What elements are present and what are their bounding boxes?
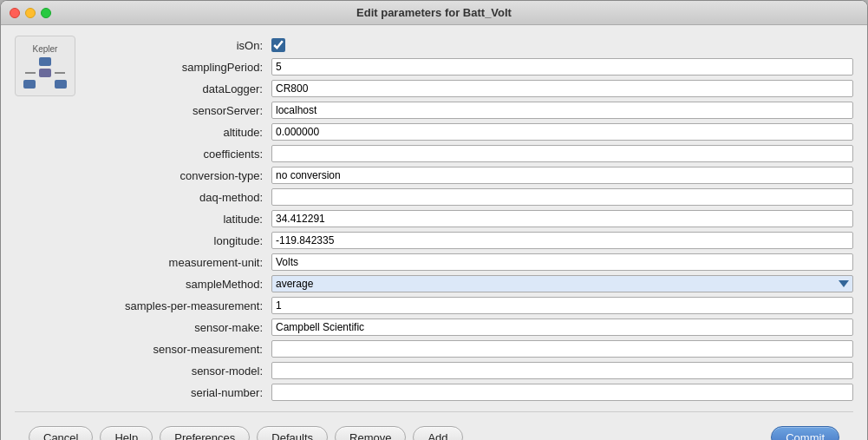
- param-row-sensorModel: sensor-model:: [98, 361, 853, 380]
- value-samplesPerMeasurement: [271, 297, 853, 314]
- label-samplingPeriod: samplingPeriod:: [98, 61, 271, 74]
- param-row-conversionType: conversion-type:: [98, 166, 853, 185]
- input-latitude[interactable]: [271, 210, 853, 227]
- param-row-dataLogger: dataLogger:: [98, 79, 853, 98]
- input-dataLogger[interactable]: [271, 80, 853, 97]
- node-box-3: [23, 80, 36, 89]
- value-sensorMeasurement: [271, 340, 853, 358]
- value-latitude: [271, 210, 853, 227]
- value-serialNumber: [271, 384, 853, 401]
- input-coefficients[interactable]: [271, 145, 853, 162]
- input-measurementUnit[interactable]: [271, 253, 853, 271]
- param-row-altitude: altitude:: [98, 122, 853, 141]
- value-sensorModel: [271, 362, 853, 379]
- input-conversionType[interactable]: [271, 167, 853, 184]
- value-measurementUnit: [271, 253, 853, 271]
- param-row-sampleMethod: sampleMethod: average minimum maximum: [98, 274, 853, 293]
- label-serialNumber: serial-number:: [98, 386, 271, 399]
- maximize-button[interactable]: [41, 8, 51, 18]
- minimize-button[interactable]: [25, 8, 36, 18]
- commit-button[interactable]: Commit: [771, 426, 839, 440]
- param-row-sensorMeasurement: sensor-measurement:: [98, 339, 853, 358]
- node-box-1: [39, 57, 51, 66]
- input-serialNumber[interactable]: [271, 384, 853, 401]
- traffic-lights: [10, 8, 51, 18]
- label-isOn: isOn:: [98, 39, 271, 52]
- input-sensorServer[interactable]: [271, 102, 853, 119]
- content-area: Kepler: [1, 25, 867, 440]
- label-dataLogger: dataLogger:: [98, 82, 271, 95]
- label-sensorModel: sensor-model:: [98, 364, 271, 378]
- node-row-mid: [25, 69, 65, 77]
- input-sensorMake[interactable]: [271, 319, 853, 336]
- node-box-4: [55, 80, 67, 89]
- label-sampleMethod: sampleMethod:: [98, 278, 271, 291]
- main-window: Edit parameters for Batt_Volt Kepler: [0, 0, 868, 440]
- value-dataLogger: [271, 80, 853, 97]
- label-sensorMeasurement: sensor-measurement:: [98, 343, 271, 356]
- label-samplesPerMeasurement: samples-per-measurement:: [98, 299, 271, 312]
- kepler-icon: Kepler: [15, 36, 75, 96]
- param-row-serialNumber: serial-number:: [98, 383, 853, 402]
- main-row: Kepler: [15, 36, 853, 404]
- param-row-samplesPerMeasurement: samples-per-measurement:: [98, 296, 853, 315]
- divider: [15, 411, 853, 412]
- value-conversionType: [271, 167, 853, 184]
- param-row-longitude: longitude:: [98, 231, 853, 250]
- value-samplingPeriod: [271, 58, 853, 76]
- node-row-bot: [23, 80, 67, 89]
- input-longitude[interactable]: [271, 232, 853, 249]
- param-row-daqMethod: daq-method:: [98, 187, 853, 207]
- value-sensorMake: [271, 319, 853, 336]
- input-samplingPeriod[interactable]: [271, 58, 853, 76]
- param-row-coefficients: coefficients:: [98, 144, 853, 163]
- preferences-button[interactable]: Preferences: [160, 426, 250, 440]
- param-row-measurementUnit: measurement-unit:: [98, 253, 853, 272]
- param-row-latitude: latitude:: [98, 209, 853, 228]
- select-sampleMethod[interactable]: average minimum maximum: [271, 275, 853, 292]
- input-sensorMeasurement[interactable]: [271, 340, 853, 358]
- label-altitude: altitude:: [98, 126, 271, 139]
- label-conversionType: conversion-type:: [98, 169, 271, 182]
- label-sensorServer: sensorServer:: [98, 104, 271, 117]
- remove-button[interactable]: Remove: [335, 426, 406, 440]
- defaults-button[interactable]: Defaults: [257, 426, 328, 440]
- input-daqMethod[interactable]: [271, 188, 853, 206]
- label-sensorMake: sensor-make:: [98, 321, 271, 334]
- param-row-isOn: isOn:: [98, 36, 853, 55]
- kepler-label: Kepler: [33, 44, 58, 54]
- value-isOn: [271, 36, 853, 54]
- help-button[interactable]: Help: [100, 426, 153, 440]
- add-button[interactable]: Add: [413, 426, 462, 440]
- button-row: Cancel Help Preferences Defaults Remove …: [15, 419, 853, 440]
- left-buttons: Cancel Help Preferences Defaults Remove …: [29, 426, 463, 440]
- node-row-top: [39, 57, 51, 66]
- param-row-sensorMake: sensor-make:: [98, 318, 853, 337]
- params-area: isOn: samplingPeriod: dataLogger:: [98, 36, 853, 404]
- param-row-samplingPeriod: samplingPeriod:: [98, 57, 853, 76]
- value-sampleMethod: average minimum maximum: [271, 275, 853, 292]
- window-title: Edit parameters for Batt_Volt: [356, 6, 512, 19]
- right-buttons: Commit: [771, 426, 839, 440]
- title-bar: Edit parameters for Batt_Volt: [1, 1, 867, 25]
- node-line-1: [25, 72, 36, 74]
- input-samplesPerMeasurement[interactable]: [271, 297, 853, 314]
- label-measurementUnit: measurement-unit:: [98, 256, 271, 269]
- label-daqMethod: daq-method:: [98, 191, 271, 204]
- checkbox-isOn[interactable]: [271, 38, 285, 52]
- value-daqMethod: [271, 188, 853, 206]
- value-altitude: [271, 123, 853, 141]
- value-coefficients: [271, 145, 853, 162]
- label-longitude: longitude:: [98, 234, 271, 247]
- close-button[interactable]: [10, 8, 20, 18]
- node-box-2: [39, 69, 51, 77]
- value-longitude: [271, 232, 853, 249]
- input-altitude[interactable]: [271, 123, 853, 141]
- param-row-sensorServer: sensorServer:: [98, 101, 853, 120]
- input-sensorModel[interactable]: [271, 362, 853, 379]
- icon-area: Kepler: [15, 36, 84, 404]
- cancel-button[interactable]: Cancel: [29, 426, 93, 440]
- label-latitude: latitude:: [98, 213, 271, 226]
- value-sensorServer: [271, 102, 853, 119]
- label-coefficients: coefficients:: [98, 148, 271, 161]
